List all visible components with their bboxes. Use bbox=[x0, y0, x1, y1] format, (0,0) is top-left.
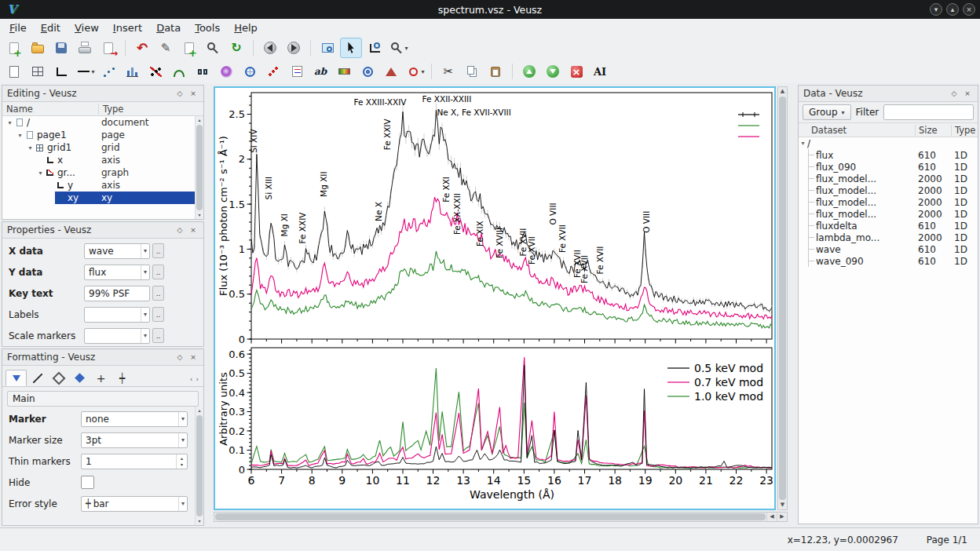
widget-bar-button[interactable] bbox=[121, 61, 143, 82]
formatting-scrollbar[interactable]: ▴▾ bbox=[195, 407, 203, 525]
menu-view[interactable]: View bbox=[75, 22, 99, 34]
key-text-field[interactable]: 99% PSF bbox=[84, 286, 150, 301]
scroll-right-icon[interactable]: ▶ bbox=[777, 513, 787, 521]
properties-panel-header[interactable]: Properties - Veusz ◇ × bbox=[2, 222, 203, 239]
close-panel-icon[interactable]: × bbox=[188, 352, 199, 363]
plot-vertical-scrollbar[interactable]: ▲ ▼ bbox=[777, 86, 788, 510]
close-button[interactable]: × bbox=[963, 3, 975, 16]
menu-help[interactable]: Help bbox=[234, 22, 258, 34]
edit-datasets-button[interactable] bbox=[155, 38, 177, 58]
previous-page-button[interactable] bbox=[259, 38, 281, 58]
print-document-button[interactable] bbox=[74, 38, 96, 58]
view-whole-page-button[interactable] bbox=[316, 38, 338, 58]
new-document-button[interactable] bbox=[3, 38, 25, 58]
widget-axis-button[interactable] bbox=[50, 61, 72, 82]
editing-scrollbar[interactable]: ▴▾ bbox=[195, 116, 203, 219]
data-panel-header[interactable]: Data - Veusz ◇ × bbox=[799, 86, 978, 102]
dataset-row-7[interactable]: lambda_mo...20001D bbox=[799, 232, 978, 243]
move-widget-down-button[interactable] bbox=[542, 61, 564, 82]
error-style-combo[interactable]: ┿bar▾ bbox=[81, 496, 188, 512]
filter-input[interactable] bbox=[883, 104, 974, 120]
widget-colorbar-button[interactable] bbox=[333, 61, 355, 82]
export-page-button[interactable] bbox=[97, 38, 119, 58]
marker-combo[interactable]: none▾ bbox=[81, 411, 188, 427]
menu-edit[interactable]: Edit bbox=[41, 22, 60, 34]
hide-checkbox[interactable] bbox=[81, 476, 94, 489]
new-dataset-button[interactable] bbox=[178, 38, 200, 58]
expander-icon[interactable]: ▾ bbox=[26, 144, 35, 151]
widget-tree-item-gr[interactable]: ▾gr...graph bbox=[2, 166, 203, 179]
widget-tree-item-grid1[interactable]: ▾grid1grid bbox=[2, 141, 203, 154]
minimize-button[interactable]: ▾ bbox=[930, 3, 942, 16]
widget-tree-item-xy[interactable]: xyxy bbox=[2, 192, 203, 204]
menu-insert[interactable]: Insert bbox=[113, 22, 142, 34]
labels-more-button[interactable]: .. bbox=[152, 307, 164, 322]
widget-fit-button[interactable] bbox=[144, 61, 166, 82]
widget-tree-item-x[interactable]: xaxis bbox=[2, 154, 203, 166]
horizontal-scroll-thumb[interactable] bbox=[215, 513, 766, 520]
widget-grid-button[interactable] bbox=[27, 61, 49, 82]
dataset-row-0[interactable]: flux6101D bbox=[799, 149, 978, 161]
marker-size-combo[interactable]: 3pt▾ bbox=[81, 432, 188, 448]
open-document-button[interactable] bbox=[27, 38, 49, 58]
editing-panel-header[interactable]: Editing - Veusz ◇ × bbox=[2, 86, 203, 102]
select-items-button[interactable] bbox=[340, 38, 362, 58]
next-page-button[interactable] bbox=[283, 38, 305, 58]
scroll-down-icon[interactable]: ▼ bbox=[778, 501, 787, 509]
scroll-left-icon[interactable]: ◀ bbox=[766, 513, 777, 521]
float-panel-icon[interactable]: ◇ bbox=[174, 352, 185, 363]
widget-image-button[interactable] bbox=[215, 61, 237, 82]
dataset-row-2[interactable]: flux_model...20001D bbox=[799, 173, 978, 184]
widget-label-button[interactable] bbox=[309, 61, 331, 82]
scroll-up-icon[interactable]: ▲ bbox=[778, 87, 787, 96]
edit-paste-button[interactable] bbox=[485, 61, 506, 82]
dataset-root-row[interactable]: ▾/ bbox=[799, 137, 978, 149]
widget-xy-button[interactable] bbox=[97, 61, 119, 82]
titlebar[interactable]: V spectrum.vsz - Veusz ▾ ▴ × bbox=[0, 0, 980, 19]
widget-tree-item-root[interactable]: ▾/document bbox=[2, 116, 203, 129]
column-type[interactable]: Type bbox=[99, 104, 127, 115]
edit-copy-button[interactable] bbox=[461, 61, 483, 82]
formatting-panel-header[interactable]: Formatting - Veusz ◇ × bbox=[2, 349, 203, 366]
formatting-tab-error-bar[interactable]: + bbox=[90, 370, 112, 386]
menu-file[interactable]: File bbox=[9, 22, 27, 34]
thin-markers-stepper[interactable]: 1▴▾ bbox=[81, 454, 188, 469]
formatting-tab-main[interactable] bbox=[5, 370, 27, 386]
spin-arrows-icon[interactable]: ▴▾ bbox=[176, 454, 187, 469]
labels-combo[interactable]: ▾ bbox=[84, 307, 150, 323]
scale-markers-combo[interactable]: ▾ bbox=[84, 328, 150, 344]
formatting-tab-grid-line[interactable]: ┿ bbox=[112, 370, 133, 386]
column-size[interactable]: Size bbox=[915, 125, 951, 136]
close-panel-icon[interactable]: × bbox=[188, 224, 199, 235]
y-data-combo[interactable]: flux▾ bbox=[84, 265, 150, 280]
rename-widget-button[interactable] bbox=[589, 61, 611, 82]
widget-shape-button[interactable]: ▾ bbox=[404, 61, 426, 82]
plot-horizontal-scrollbar[interactable]: ◀ ▶ bbox=[214, 512, 788, 522]
formatting-tab-plot-line[interactable] bbox=[27, 370, 48, 386]
edit-cut-button[interactable] bbox=[437, 61, 459, 82]
widget-vectorfield-button[interactable] bbox=[262, 61, 284, 82]
widget-contour-button[interactable] bbox=[357, 61, 378, 82]
vertical-scroll-thumb[interactable] bbox=[779, 97, 786, 500]
widget-key-button[interactable] bbox=[286, 61, 308, 82]
widget-line-button[interactable]: ▾ bbox=[74, 61, 96, 82]
widget-function-button[interactable] bbox=[168, 61, 190, 82]
menu-tools[interactable]: Tools bbox=[195, 22, 220, 34]
dataset-row-4[interactable]: flux_model...20001D bbox=[799, 196, 978, 208]
column-name[interactable]: Name bbox=[2, 104, 99, 115]
column-dataset[interactable]: Dataset bbox=[799, 125, 915, 136]
zoom-into-graph-button[interactable] bbox=[364, 38, 386, 58]
y-data-more-button[interactable]: .. bbox=[152, 265, 164, 279]
widget-ternary-button[interactable] bbox=[380, 61, 402, 82]
undo-button[interactable] bbox=[131, 38, 153, 58]
widget-page-button[interactable] bbox=[3, 61, 25, 82]
float-panel-icon[interactable]: ◇ bbox=[174, 88, 185, 99]
dataset-row-3[interactable]: flux_model...20001D bbox=[799, 184, 978, 196]
expander-icon[interactable]: ▾ bbox=[799, 140, 807, 147]
dataset-row-1[interactable]: flux_0906101D bbox=[799, 161, 978, 173]
move-widget-up-button[interactable] bbox=[518, 61, 540, 82]
close-panel-icon[interactable]: × bbox=[962, 88, 973, 99]
examine-data-button[interactable] bbox=[202, 38, 224, 58]
delete-widget-button[interactable] bbox=[565, 61, 587, 82]
zoom-menu-button[interactable]: ▾ bbox=[387, 38, 409, 58]
